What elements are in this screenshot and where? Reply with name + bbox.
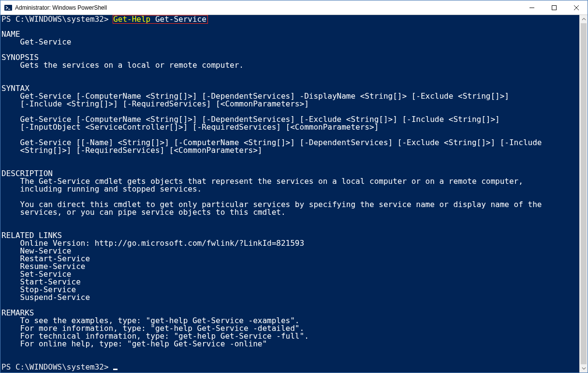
help-synopsis: Gets the services on a local or remote c… (1, 61, 579, 69)
prompt: PS C:\WINDOWS\system32> (1, 15, 113, 24)
client-area: PS C:\WINDOWS\system32> Get-Help Get-Ser… (0, 15, 588, 373)
scrollbar-thumb[interactable] (581, 23, 587, 364)
syntax-line: [-InputObject <ServiceController[]>] [-R… (1, 123, 579, 131)
remarks-line: For online help, type: "get-help Get-Ser… (1, 340, 579, 348)
command-name: Get-Help (113, 15, 150, 24)
powershell-window: Administrator: Windows PowerShell PS C:\… (0, 0, 588, 373)
command-highlight-box: Get-Help Get-Service (113, 15, 208, 24)
powershell-icon (4, 4, 12, 12)
help-name: Get-Service (1, 38, 579, 46)
cursor (113, 369, 118, 370)
window-title: Administrator: Windows PowerShell (15, 4, 107, 11)
related-link-line: Set-Service (1, 270, 579, 278)
scroll-up-button[interactable] (580, 15, 588, 23)
syntax-line: [-Include <String[]>] [-RequiredServices… (1, 100, 579, 108)
command-argument: Get-Service (150, 15, 206, 24)
related-link-line: Suspend-Service (1, 294, 579, 301)
prompt: PS C:\WINDOWS\system32> (1, 362, 113, 372)
scroll-down-button[interactable] (580, 364, 588, 373)
syntax-line: <String[]>] [-RequiredServices] [<Common… (1, 147, 579, 154)
vertical-scrollbar[interactable] (579, 15, 588, 373)
scrollbar-track[interactable] (580, 23, 588, 364)
related-link-line: Online Version: http://go.microsoft.com/… (1, 239, 579, 247)
terminal-output[interactable]: PS C:\WINDOWS\system32> Get-Help Get-Ser… (0, 15, 579, 373)
maximize-button[interactable] (543, 0, 565, 15)
close-button[interactable] (565, 0, 588, 15)
section-header: NAME (1, 30, 579, 38)
description-line: including running and stopped services. (1, 185, 579, 193)
svg-rect-1 (552, 5, 557, 10)
related-link-line: Restart-Service (1, 255, 579, 263)
titlebar[interactable]: Administrator: Windows PowerShell (0, 0, 588, 15)
related-link-line: Resume-Service (1, 263, 579, 270)
description-line: services, or you can pipe service object… (1, 209, 579, 216)
related-link-line: Start-Service (1, 278, 579, 286)
minimize-button[interactable] (521, 0, 543, 15)
